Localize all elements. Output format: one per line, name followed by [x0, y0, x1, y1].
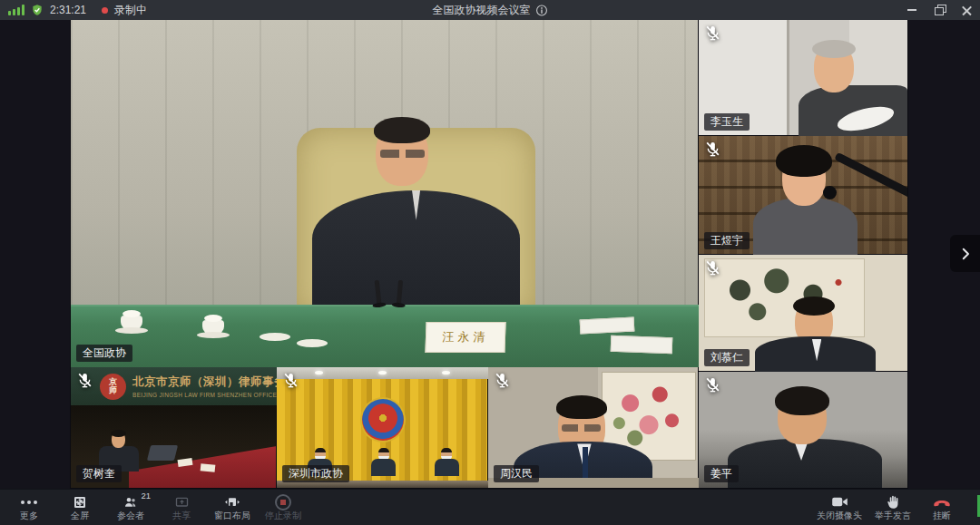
desktop-microphone	[823, 186, 837, 199]
participant-head	[782, 151, 826, 206]
laptop	[147, 445, 178, 461]
teacup	[202, 320, 224, 335]
signal-bars-icon	[8, 5, 24, 15]
close-button[interactable]	[953, 0, 980, 20]
fullscreen-icon	[73, 494, 87, 510]
fullscreen-button[interactable]: 全屏	[62, 494, 98, 520]
speaker-head	[376, 121, 428, 186]
video-label: 全国政协	[76, 345, 132, 362]
titlebar-status: 2:31:21 录制中	[0, 3, 147, 18]
share-screen-icon	[174, 494, 190, 510]
window-title-area: 全国政协视频会议室	[433, 0, 548, 20]
more-button[interactable]: 更多	[11, 494, 47, 520]
participants-icon: 21	[122, 494, 139, 510]
share-button[interactable]: 共享	[163, 494, 200, 520]
window-title: 全国政协视频会议室	[433, 3, 531, 18]
video-tile-zhouhanmin[interactable]: 周汉民	[488, 367, 699, 488]
mic-off-icon	[494, 372, 511, 389]
clock-time: 2:31:21	[50, 4, 86, 16]
close-icon	[962, 5, 972, 15]
mic-off-icon	[704, 376, 721, 394]
window-layout-button[interactable]: 窗口布局	[214, 494, 250, 520]
restore-icon	[936, 6, 944, 14]
participant-head	[112, 432, 125, 448]
more-dots-icon	[21, 494, 37, 510]
shirt-collar	[412, 190, 420, 220]
documents	[201, 463, 216, 472]
ceiling-light	[442, 371, 450, 374]
stop-recording-button[interactable]: 停止录制	[265, 494, 301, 520]
cppcc-emblem	[362, 399, 404, 441]
saucer	[260, 333, 290, 341]
lawfirm-name-cn: 北京市京师（深圳）律师事务所	[132, 374, 277, 390]
participant	[370, 448, 397, 481]
ceiling-light	[315, 371, 323, 374]
close-camera-button[interactable]: 关闭摄像头	[817, 494, 862, 520]
glasses	[380, 150, 425, 158]
raise-hand-button[interactable]: 举手发言	[875, 494, 911, 520]
recording-label: 录制中	[114, 3, 147, 18]
teacup	[121, 316, 142, 330]
camera-icon	[831, 494, 848, 510]
minimize-button[interactable]	[898, 0, 926, 20]
main-video-tile[interactable]: 汪永清 全国政协	[71, 20, 699, 367]
lawfirm-name-en: BEIJING JINGSH LAW FIRM SHENZHEN OFFICE	[132, 392, 277, 398]
hangup-button[interactable]: 挂断	[924, 494, 960, 520]
hangup-icon	[933, 494, 951, 510]
titlebar: 2:31:21 录制中 全国政协视频会议室	[0, 0, 980, 20]
video-tile-liumuren[interactable]: 刘慕仁	[699, 255, 907, 372]
desk-nameplate: 汪永清	[425, 322, 505, 353]
shield-check-icon[interactable]	[31, 4, 44, 16]
video-tile-shenzhen[interactable]: 深圳市政协	[277, 367, 488, 488]
next-page-button[interactable]	[950, 235, 980, 272]
video-label: 周汉民	[494, 465, 539, 482]
participant-body	[753, 198, 858, 255]
video-label: 贺树奎	[76, 465, 122, 482]
glasses	[562, 424, 602, 432]
window-controls	[898, 0, 980, 20]
video-tile-liyusheng[interactable]: 李玉生	[699, 20, 907, 136]
record-dot	[102, 7, 108, 14]
video-stage: 汪永清 全国政协 京师 北京市京师（深圳）律师事务所 BEIJING JINGS…	[0, 20, 980, 490]
toolbar: 更多 全屏	[0, 489, 980, 525]
participants-button[interactable]: 21 参会者	[113, 494, 149, 520]
ink-painting	[704, 258, 865, 337]
speaker-body	[312, 190, 519, 316]
video-label: 王煜宇	[704, 232, 750, 249]
mic-off-icon	[76, 372, 93, 389]
video-label: 刘慕仁	[704, 349, 750, 366]
participants-count-badge: 21	[141, 491, 151, 501]
shirt	[812, 339, 822, 362]
video-label: 李玉生	[704, 113, 750, 131]
mic-off-icon	[704, 141, 721, 158]
participant-body	[728, 439, 882, 488]
video-tile-heshukui[interactable]: 京师 北京市京师（深圳）律师事务所 BEIJING JINGSH LAW FIR…	[71, 367, 277, 488]
documents	[611, 335, 673, 353]
info-circle-icon[interactable]	[536, 5, 548, 16]
mic-off-icon	[704, 24, 721, 42]
participant-body	[755, 336, 876, 372]
video-label: 姜平	[704, 465, 739, 482]
participant-head	[814, 44, 854, 92]
mic-off-icon	[704, 259, 721, 277]
participant	[433, 448, 460, 481]
toolbar-right-group: 关闭摄像头 举手发言 挂断	[817, 494, 980, 520]
stop-record-icon	[275, 494, 291, 510]
restore-button[interactable]	[926, 0, 953, 20]
video-tile-jiangping[interactable]: 姜平	[699, 372, 907, 488]
minimize-icon	[907, 9, 916, 11]
raise-hand-icon	[886, 494, 900, 510]
meeting-window: 2:31:21 录制中 全国政协视频会议室	[0, 0, 980, 525]
ceiling-light	[378, 371, 387, 374]
window-layout-icon	[223, 494, 241, 510]
chevron-right-icon	[957, 246, 974, 262]
conference-table	[71, 305, 699, 367]
mic-off-icon	[282, 372, 299, 389]
wall-frame	[787, 20, 789, 136]
participant-head	[778, 390, 827, 444]
video-label: 深圳市政协	[282, 465, 349, 482]
video-tile-wangyuyu[interactable]: 王煜宇	[699, 136, 907, 255]
lawfirm-banner: 京师 北京市京师（深圳）律师事务所 BEIJING JINGSH LAW FIR…	[71, 367, 277, 405]
jingsh-logo: 京师	[100, 374, 126, 400]
toolbar-left-group: 更多 全屏	[0, 494, 301, 520]
